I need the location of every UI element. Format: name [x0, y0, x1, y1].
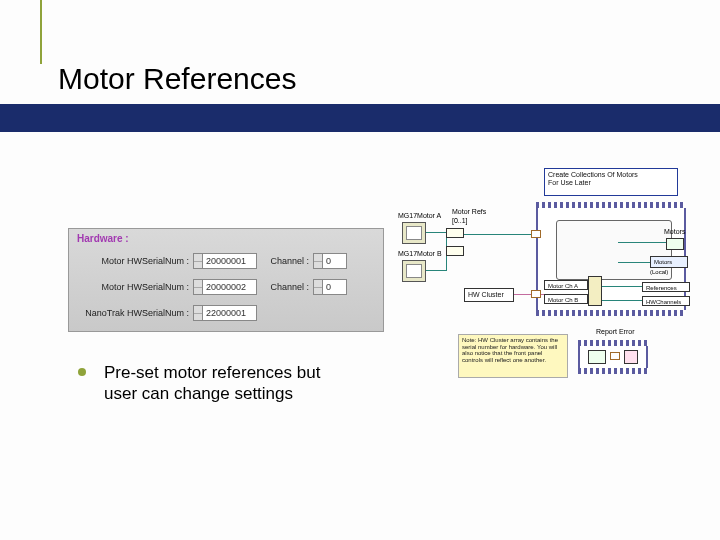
comment-box: Create Collections Of Motors For Use Lat… — [544, 168, 678, 196]
tunnel-icon — [531, 230, 541, 238]
channel-value[interactable]: 0 — [323, 279, 347, 295]
stepper-buttons-icon[interactable] — [193, 253, 203, 269]
hw-serial-stepper-1[interactable]: 20000002 — [193, 279, 257, 295]
hwchannels-label: HWChannels — [642, 296, 690, 306]
hw-serial-stepper-0[interactable]: 20000001 — [193, 253, 257, 269]
motors-indicator — [666, 238, 684, 250]
hw-label: Motor HWSerialNum : — [77, 282, 193, 292]
stepper-buttons-icon[interactable] — [313, 279, 323, 295]
references-label: References — [642, 282, 690, 292]
motor-cha-label: Motor Ch A — [544, 280, 588, 290]
err-subvi — [588, 350, 606, 364]
local-label: (Local) — [650, 269, 668, 275]
hw-row-2: NanoTrak HWSerialNum : 22000001 — [77, 303, 377, 323]
channel-stepper-0[interactable]: 0 — [313, 253, 347, 269]
bullet-icon — [78, 368, 86, 376]
page-title: Motor References — [58, 62, 296, 96]
hw-row-1: Motor HWSerialNum : 20000002 Channel : 0 — [77, 277, 377, 297]
build-array-node — [446, 246, 464, 256]
stepper-buttons-icon[interactable] — [313, 253, 323, 269]
hw-serial-value[interactable]: 20000002 — [203, 279, 257, 295]
hw-serial-value[interactable]: 20000001 — [203, 253, 257, 269]
motor-a-label: MG17Motor A — [398, 212, 441, 219]
motor-refs-array: [0..1] — [452, 217, 468, 224]
channel-label: Channel : — [257, 282, 313, 292]
motor-b-label: MG17Motor B — [398, 250, 442, 257]
hw-row-0: Motor HWSerialNum : 20000001 Channel : 0 — [77, 251, 377, 271]
bullet-item: Pre-set motor references but user can ch… — [78, 362, 358, 405]
accent-line — [40, 0, 42, 64]
channel-value[interactable]: 0 — [323, 253, 347, 269]
note-box: Note: HW Cluster array contains the seri… — [458, 334, 568, 378]
title-bar — [0, 104, 720, 132]
motors-out-label: Motors — [664, 228, 685, 235]
block-diagram: Create Collections Of Motors For Use Lat… — [388, 168, 690, 424]
hardware-panel: Hardware : Motor HWSerialNum : 20000001 … — [68, 228, 384, 332]
tunnel-icon — [610, 352, 620, 360]
motor-chb-label: Motor Ch B — [544, 294, 588, 304]
err-out — [624, 350, 638, 364]
hw-serial-value[interactable]: 22000001 — [203, 305, 257, 321]
hardware-heading: Hardware : — [77, 233, 129, 244]
motor-refs-label: Motor Refs — [452, 208, 486, 215]
stepper-buttons-icon[interactable] — [193, 305, 203, 321]
stepper-buttons-icon[interactable] — [193, 279, 203, 295]
motors-sub-label: Motors — [650, 256, 688, 268]
build-array-node — [446, 228, 464, 238]
channel-stepper-1[interactable]: 0 — [313, 279, 347, 295]
hw-label: NanoTrak HWSerialNum : — [77, 308, 193, 318]
bundle-node — [588, 276, 602, 306]
motor-a-control — [402, 222, 426, 244]
report-error-label: Report Error — [596, 328, 635, 335]
hw-serial-stepper-2[interactable]: 22000001 — [193, 305, 257, 321]
bullet-text: Pre-set motor references but user can ch… — [104, 362, 358, 405]
hw-cluster-node: HW Cluster — [464, 288, 514, 302]
hw-label: Motor HWSerialNum : — [77, 256, 193, 266]
tunnel-icon — [531, 290, 541, 298]
channel-label: Channel : — [257, 256, 313, 266]
motor-b-control — [402, 260, 426, 282]
